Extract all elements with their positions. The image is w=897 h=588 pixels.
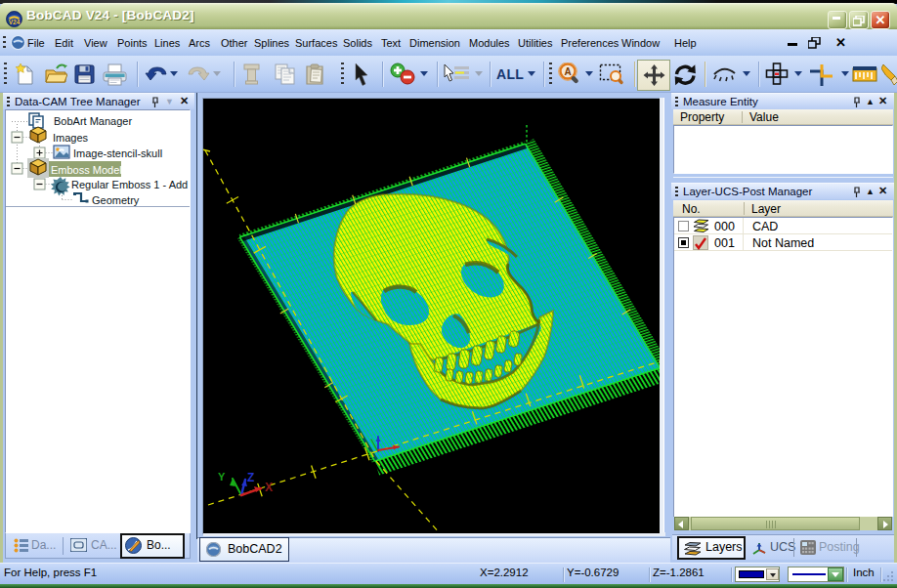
svg-text:Geometry: Geometry [92,194,140,206]
svg-text:V24: V24 [9,19,21,25]
svg-text:A: A [564,66,571,77]
svg-text:X: X [265,481,273,494]
svg-text:Y: Y [218,471,226,483]
svg-text:Image-stencil-skull: Image-stencil-skull [73,147,162,159]
svg-text:Z: Z [247,471,254,484]
svg-text:BobArt Manager: BobArt Manager [54,115,132,127]
svg-text:Regular Emboss 1 - Add: Regular Emboss 1 - Add [71,179,188,190]
svg-text:Images: Images [53,132,89,144]
svg-text:Emboss Model: Emboss Model [51,164,122,176]
